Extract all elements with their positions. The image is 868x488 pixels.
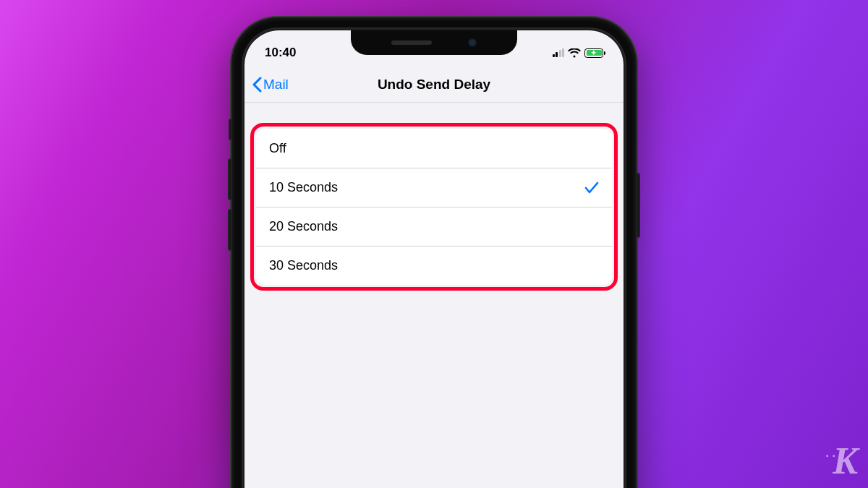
- checkmark-icon: [584, 181, 599, 194]
- wifi-icon: [568, 48, 581, 58]
- battery-icon: ✦: [584, 48, 603, 58]
- phone-screen: 10:40 ✦: [244, 30, 624, 488]
- volume-down-button: [228, 209, 232, 251]
- volume-up-button: [228, 158, 232, 200]
- power-button: [636, 173, 640, 238]
- front-camera: [468, 38, 477, 47]
- charging-bolt-icon: ✦: [591, 50, 597, 56]
- option-off[interactable]: Off: [256, 129, 612, 168]
- page-title: Undo Send Delay: [378, 77, 490, 93]
- navigation-bar: Mail Undo Send Delay: [244, 67, 624, 103]
- option-label: Off: [269, 141, 286, 156]
- option-label: 30 Seconds: [269, 258, 338, 273]
- brand-watermark: ∙∙K: [825, 440, 856, 482]
- back-button[interactable]: Mail: [252, 77, 289, 93]
- cellular-signal-icon: [553, 48, 565, 57]
- option-10-seconds[interactable]: 10 Seconds: [256, 168, 612, 207]
- back-label: Mail: [263, 77, 289, 93]
- option-30-seconds[interactable]: 30 Seconds: [256, 246, 612, 285]
- option-label: 20 Seconds: [269, 219, 338, 234]
- delay-options-list: Off 10 Seconds 20 Seconds 30 Seconds: [256, 129, 612, 285]
- phone-frame: 10:40 ✦: [231, 17, 637, 488]
- option-20-seconds[interactable]: 20 Seconds: [256, 207, 612, 246]
- silence-switch: [229, 119, 232, 140]
- status-time: 10:40: [265, 46, 296, 60]
- chevron-left-icon: [252, 77, 262, 93]
- speaker-grille: [391, 40, 432, 45]
- option-label: 10 Seconds: [269, 180, 338, 195]
- notch: [351, 30, 517, 55]
